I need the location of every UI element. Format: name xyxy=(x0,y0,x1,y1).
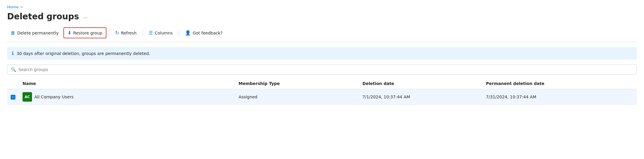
col-checkbox xyxy=(7,78,19,89)
search-icon: 🔍 xyxy=(11,67,16,72)
more-options-button[interactable]: ... xyxy=(82,12,89,21)
toolbar: 🗑 Delete permanently ⬇ Restore group ↻ R… xyxy=(7,27,637,42)
columns-icon: ☰ xyxy=(149,30,153,36)
trash-icon: 🗑 xyxy=(11,30,15,36)
got-feedback-label: Got feedback? xyxy=(193,31,223,35)
groups-table: Name Membership Type Deletion date Perma… xyxy=(7,78,637,105)
page-header: Deleted groups ... xyxy=(7,12,637,21)
toolbar-separator-1 xyxy=(109,29,109,37)
delete-permanently-button[interactable]: 🗑 Delete permanently xyxy=(7,28,62,38)
row-name-cell: AC All Company Users xyxy=(19,89,235,105)
col-header-deletion[interactable]: Deletion date xyxy=(359,78,482,89)
delete-permanently-label: Delete permanently xyxy=(17,31,59,35)
restore-group-label: Restore group xyxy=(73,31,102,35)
col-header-name[interactable]: Name xyxy=(19,78,235,89)
breadcrumb-separator: > xyxy=(20,5,23,9)
refresh-label: Refresh xyxy=(121,31,137,35)
got-feedback-button[interactable]: 👤 Got feedback? xyxy=(181,28,226,38)
table-header-row: Name Membership Type Deletion date Perma… xyxy=(7,78,637,89)
col-header-permanent[interactable]: Permanent deletion date xyxy=(482,78,637,89)
row-checkbox[interactable]: ✓ xyxy=(7,89,19,105)
info-banner: ℹ 30 days after original deletion, group… xyxy=(7,47,637,60)
feedback-icon: 👤 xyxy=(185,30,191,36)
checkbox-checked-icon: ✓ xyxy=(11,95,15,100)
group-name: All Company Users xyxy=(34,95,73,99)
toolbar-separator-2 xyxy=(143,29,143,37)
breadcrumb: Home > xyxy=(7,5,637,9)
search-container: 🔍 xyxy=(7,64,637,75)
col-header-membership[interactable]: Membership Type xyxy=(235,78,359,89)
toolbar-separator-3 xyxy=(179,29,179,37)
restore-group-button[interactable]: ⬇ Restore group xyxy=(63,27,107,38)
refresh-button[interactable]: ↻ Refresh xyxy=(111,28,140,38)
row-membership-cell: Assigned xyxy=(235,89,359,105)
table-row[interactable]: ✓ AC All Company Users Assigned 7/1/2024… xyxy=(7,89,637,105)
search-input[interactable] xyxy=(18,67,633,72)
avatar: AC xyxy=(23,92,32,102)
columns-label: Columns xyxy=(155,31,173,35)
row-deletion-date: 7/1/2024, 10:37:44 AM xyxy=(359,89,482,105)
info-icon: ℹ xyxy=(12,51,14,56)
info-banner-text: 30 days after original deletion, groups … xyxy=(17,51,150,56)
row-permanent-deletion-date: 7/31/2024, 10:37:44 AM xyxy=(482,89,637,105)
restore-icon: ⬇ xyxy=(68,30,71,36)
columns-button[interactable]: ☰ Columns xyxy=(145,28,176,38)
breadcrumb-home-link[interactable]: Home xyxy=(7,5,18,9)
page-title: Deleted groups xyxy=(7,12,79,21)
refresh-icon: ↻ xyxy=(115,30,119,36)
